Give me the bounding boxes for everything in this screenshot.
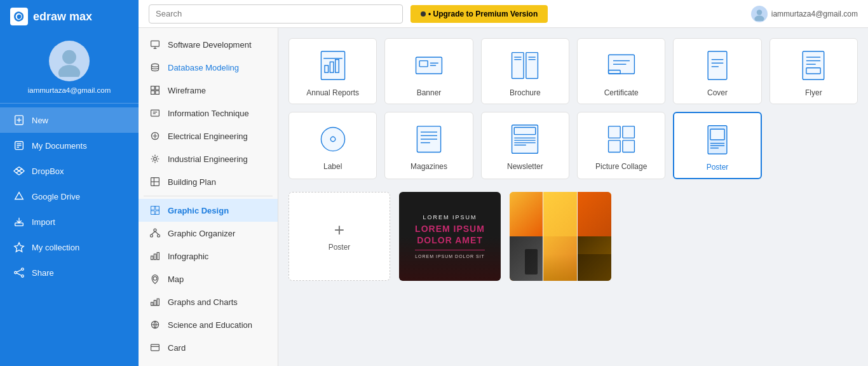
cover-label: Cover (707, 88, 728, 97)
sub-sidebar-infographic[interactable]: Infographic (139, 245, 278, 268)
poster-templates-row: + Poster LOREM IPSUM LOREM IPSUMDOLOR AM… (288, 192, 858, 281)
sub-sidebar-map[interactable]: Map (139, 268, 278, 290)
newsletter-icon (507, 121, 543, 157)
svg-rect-40 (157, 252, 159, 259)
template-flyer[interactable]: Flyer (770, 38, 858, 104)
svg-rect-20 (151, 86, 155, 90)
user-avatar-small (751, 6, 768, 22)
building-plan-icon (149, 175, 161, 188)
logo-icon (10, 8, 28, 25)
plus-icon: + (334, 221, 344, 239)
topbar-user-email: iammurtaza4@gmail.com (771, 10, 858, 18)
sub-sidebar: Software Development Database Modeling W… (139, 28, 278, 366)
svg-line-37 (155, 231, 159, 234)
svg-point-35 (158, 234, 160, 237)
svg-rect-24 (151, 110, 159, 116)
sidebar-label-import: Import (32, 217, 55, 227)
svg-rect-73 (803, 51, 824, 80)
poster-preview-dark[interactable]: LOREM IPSUM LOREM IPSUMDOLOR AMET LOREM … (399, 192, 501, 281)
template-certificate[interactable]: Certificate (577, 38, 665, 104)
avatar (49, 41, 90, 81)
content-panel: Software Development Database Modeling W… (139, 28, 868, 366)
my-collection-icon (13, 241, 25, 254)
svg-rect-23 (156, 91, 159, 95)
svg-line-15 (17, 273, 21, 276)
newsletter-label: Newsletter (507, 162, 543, 171)
sidebar-label-collection: My collection (32, 243, 79, 252)
search-input[interactable] (149, 4, 403, 24)
svg-line-36 (151, 231, 155, 234)
sidebar-item-my-collection[interactable]: My collection (0, 234, 139, 260)
cover-icon (700, 48, 735, 83)
user-profile: iammurtaza4@gmail.com (0, 33, 139, 99)
svg-rect-44 (157, 299, 159, 305)
svg-point-16 (757, 10, 762, 15)
upgrade-dot (421, 11, 426, 17)
template-type-grid-2: Label Magazines Newsletter (288, 112, 858, 179)
banner-label: Banner (417, 88, 442, 97)
sub-sidebar-information-technique[interactable]: Information Technique (139, 102, 278, 125)
sub-sidebar-building-plan[interactable]: Building Plan (139, 170, 278, 193)
new-blank-poster[interactable]: + Poster (288, 192, 390, 281)
sub-sidebar-database-modeling[interactable]: Database Modeling (139, 56, 278, 79)
sub-sidebar-graphic-design[interactable]: Graphic Design (139, 199, 278, 222)
picture-collage-label: Picture Collage (595, 162, 647, 171)
sidebar-item-new[interactable]: New (0, 107, 139, 133)
template-picture-collage[interactable]: Picture Collage (577, 112, 665, 179)
sub-sidebar-wireframe[interactable]: Wireframe (139, 79, 278, 102)
google-drive-icon (13, 190, 25, 203)
template-label[interactable]: Label (288, 112, 377, 179)
infographic-icon (149, 250, 161, 262)
app-name: edraw max (33, 10, 92, 24)
sub-sidebar-science-education[interactable]: Science and Education (139, 313, 278, 336)
svg-rect-60 (526, 53, 538, 79)
poster-preview-sunset[interactable] (510, 192, 611, 281)
info-tech-icon (149, 107, 161, 119)
sidebar-item-dropbox[interactable]: DropBox (0, 158, 139, 184)
upgrade-button[interactable]: • Upgrade to Premium Version (410, 5, 548, 23)
template-banner[interactable]: Banner (384, 38, 473, 104)
template-annual-reports[interactable]: Annual Reports (288, 38, 377, 104)
svg-line-14 (17, 270, 21, 273)
banner-icon (411, 48, 447, 83)
user-info: iammurtaza4@gmail.com (751, 6, 858, 22)
sidebar-item-my-documents[interactable]: My Documents (0, 133, 139, 158)
svg-rect-43 (154, 301, 156, 306)
sub-sidebar-electrical-engineering[interactable]: Electrical Engineering (139, 125, 278, 147)
template-poster[interactable]: Poster (673, 112, 761, 179)
svg-point-28 (154, 158, 157, 161)
magazines-label: Magazines (410, 162, 447, 171)
sub-sidebar-software-development[interactable]: Software Development (139, 33, 278, 56)
sub-sidebar-industrial-engineering[interactable]: Industrial Engineering (139, 147, 278, 170)
svg-rect-91 (608, 126, 620, 139)
template-magazines[interactable]: Magazines (384, 112, 473, 179)
sidebar-item-share[interactable]: Share (0, 260, 139, 285)
svg-point-0 (62, 50, 76, 64)
magazines-icon (411, 121, 447, 157)
science-icon (149, 318, 161, 331)
svg-point-34 (150, 234, 153, 237)
sidebar-item-import[interactable]: Import (0, 209, 139, 234)
sidebar: edraw max iammurtaza4@gmail.com New My D… (0, 0, 139, 366)
svg-point-11 (22, 268, 24, 271)
svg-rect-92 (623, 126, 635, 139)
sub-sidebar-graphic-organizer[interactable]: Graphic Organizer (139, 222, 278, 245)
annual-reports-icon (315, 48, 351, 83)
wireframe-icon (149, 84, 161, 97)
sidebar-item-google-drive[interactable]: Google Drive (0, 184, 139, 209)
template-newsletter[interactable]: Newsletter (481, 112, 569, 179)
svg-point-78 (321, 127, 344, 151)
template-brochure[interactable]: Brochure (481, 38, 569, 104)
svg-point-13 (22, 275, 24, 278)
industrial-icon (149, 152, 161, 165)
main-area: • Upgrade to Premium Version iammurtaza4… (139, 0, 868, 366)
sub-sidebar-graphs-charts[interactable]: Graphs and Charts (139, 290, 278, 313)
database-icon (149, 61, 161, 74)
sub-sidebar-card[interactable]: Card (139, 336, 278, 359)
brochure-icon (507, 48, 543, 83)
svg-point-1 (58, 65, 80, 77)
svg-point-19 (151, 64, 158, 67)
svg-rect-59 (512, 53, 524, 79)
template-cover[interactable]: Cover (673, 38, 761, 104)
app-logo: edraw max (0, 0, 139, 33)
